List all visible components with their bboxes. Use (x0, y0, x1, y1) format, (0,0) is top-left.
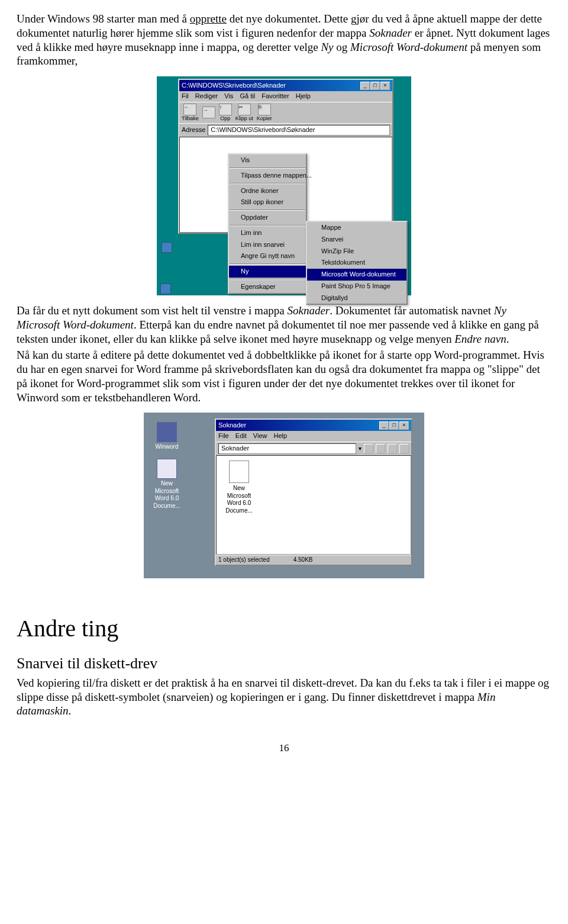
ctx-oppdater: Oppdater (229, 212, 306, 224)
ctx-ny: Ny (229, 266, 306, 278)
minimize-icon: _ (379, 421, 389, 430)
file-item: New Microsoft Word 6.0 Docume... (221, 461, 257, 515)
soknader-window: Soknader _□× File Edit View Help Soknade… (215, 418, 412, 566)
paragraph-3: Nå kan du starte å editere på dette doku… (17, 348, 551, 404)
paragraph-2: Da får du et nytt dokument som vist helt… (17, 304, 551, 346)
address-input: C:\WINDOWS\Skrivebord\Søknader (208, 125, 390, 136)
titlebar: C:\WINDOWS\Skrivebord\Søknader _□× (179, 80, 392, 91)
heading-snarvei: Snarvei til diskett-drev (17, 654, 551, 674)
ctx-tilpass: Tilpass denne mappen... (229, 170, 306, 182)
figure-1: C:\WINDOWS\Skrivebord\Søknader _□× Fil R… (157, 76, 411, 295)
heading-andre-ting: Andre ting (17, 614, 551, 643)
toolbar: ←Tilbake → ↑Opp ✂Klipp ut ⎘Kopier (179, 102, 392, 123)
new-doc-desktop-icon: New Microsoft Word 6.0 Docume... (150, 459, 184, 510)
close-icon: × (399, 421, 409, 430)
page-number: 16 (17, 742, 551, 754)
ctx-snarvei: Lim inn snarvei (229, 239, 306, 251)
window-buttons: _□× (360, 81, 390, 90)
ctx-liminn: Lim inn (229, 227, 306, 239)
desktop-icon (162, 242, 172, 253)
window-title: C:\WINDOWS\Skrivebord\Søknader (182, 82, 286, 90)
statusbar: 1 object(s) selected 4.50KB (216, 555, 411, 565)
copy-button: ⎘Kopier (257, 104, 272, 122)
sub-lyd: Digitallyd (307, 292, 406, 304)
back-button: ←Tilbake (182, 104, 199, 122)
menubar: Fil Rediger Vis Gå til Favoritter Hjelp (179, 91, 392, 102)
ctx-egenskaper: Egenskaper (229, 281, 306, 293)
close-icon: × (380, 82, 390, 90)
up-button: ↑Opp (219, 104, 232, 122)
tool-icon (364, 444, 373, 453)
sub-tekst: Tekstdokument (307, 257, 406, 269)
sub-winzip: WinZip File (307, 246, 406, 257)
winword-icon: Winword (150, 422, 184, 451)
sub-word: Microsoft Word-dokument (307, 269, 406, 281)
address-bar: Adresse C:\WINDOWS\Skrivebord\Søknader (179, 123, 392, 137)
titlebar-2: Soknader _□× (216, 420, 411, 431)
ctx-vis: Vis (229, 154, 306, 166)
tool-icon (388, 444, 397, 453)
minimize-icon: _ (360, 82, 370, 90)
taskbar-icon (160, 284, 171, 294)
window-buttons-2: _□× (379, 421, 409, 430)
tool-icon (376, 444, 385, 453)
new-submenu: Mappe Snarvei WinZip File Tekstdokument … (306, 221, 408, 305)
cut-button: ✂Klipp ut (235, 104, 253, 122)
address-bar-2: Soknader ▾ (216, 442, 411, 455)
underline-opprette: opprette (190, 12, 227, 25)
forward-button: → (202, 107, 215, 118)
maximize-icon: □ (370, 82, 380, 90)
ctx-still: Still opp ikoner (229, 197, 306, 208)
ctx-angre: Angre Gi nytt navn (229, 250, 306, 262)
folder-name: Soknader (218, 443, 356, 454)
ctx-ordne: Ordne ikoner (229, 185, 306, 197)
folder-content-2: New Microsoft Word 6.0 Docume... (216, 455, 411, 555)
context-menu: Vis Tilpass denne mappen... Ordne ikoner… (228, 153, 307, 294)
word-file-icon (229, 461, 249, 483)
window-title-2: Soknader (218, 421, 246, 430)
figure-2: Winword New Microsoft Word 6.0 Docume...… (144, 413, 424, 578)
menubar-2: File Edit View Help (216, 431, 411, 442)
tool-icon (399, 444, 409, 453)
paragraph-1: Under Windows 98 starter man med å oppre… (17, 12, 551, 68)
sub-snarvei: Snarvei (307, 234, 406, 246)
paragraph-4: Ved kopiering til/fra diskett er det pra… (17, 676, 551, 718)
sub-psp: Paint Shop Pro 5 Image (307, 281, 406, 292)
sub-mappe: Mappe (307, 222, 406, 234)
maximize-icon: □ (389, 421, 399, 430)
